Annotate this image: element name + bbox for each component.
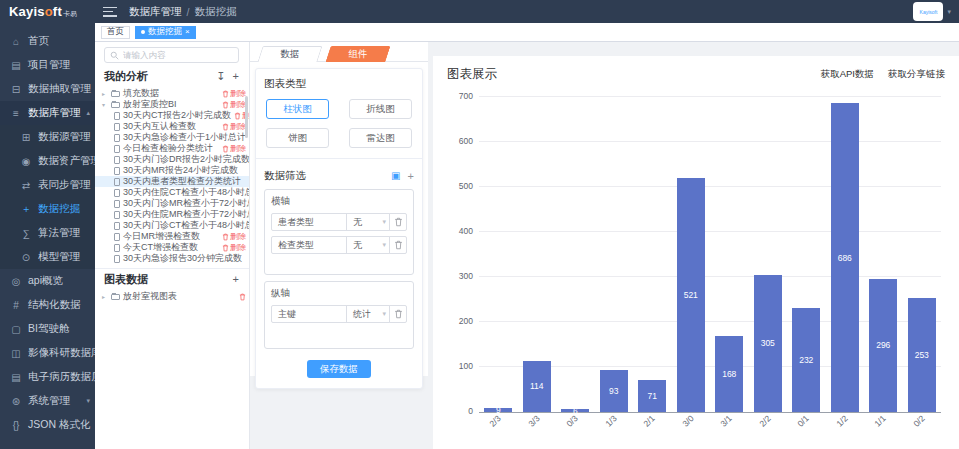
tree-item[interactable]: 30天内CT报告2小时完成数删除 [95,110,249,121]
delete-link[interactable]: 删除 [222,121,246,132]
bar-value-label: 686 [838,253,852,263]
sidebar-item-mining[interactable]: ＋数据挖掘 [0,197,95,221]
tree-item[interactable]: 30天内患者类型检查分类统计 [95,176,249,187]
sidebar-item-json[interactable]: {}JSON 格式化 [0,413,95,437]
pie-chart-button[interactable]: 饼图 [266,128,329,148]
sidebar-item-system[interactable]: ⊛系统管理▾ [0,389,95,413]
search-input[interactable] [123,50,233,60]
get-share-link[interactable]: 获取分享链接 [888,68,945,81]
y-axis-tick-label: 700 [459,91,473,101]
chart-display-panel: 图表展示 获取API数据 获取分享链接 01002003004005006007… [433,56,959,449]
sidebar-item-imaging[interactable]: ◫影像科研数据库 [0,341,95,365]
tree-item[interactable]: 30天内MR报告24小时完成数 [95,165,249,176]
hamburger-icon[interactable] [103,7,117,17]
sidebar-item-sync[interactable]: ⇄表同步管理 [0,173,95,197]
trash-icon-button[interactable] [389,236,407,254]
bar-chart: 010020030040050060070092/31143/360/3931/… [479,97,941,413]
tree-folder-item[interactable]: ▸放射室视图表 [95,291,249,302]
calendar-icon[interactable]: ▣ [391,171,400,181]
document-icon [114,178,120,186]
sidebar-item-structured[interactable]: #结构化数据 [0,293,95,317]
sidebar-item-project[interactable]: ▤项目管理 [0,53,95,77]
caret-right-icon[interactable]: ▸ [102,293,108,300]
field-name: 主键 [271,305,347,323]
sidebar-item-database[interactable]: ≡数据库管理▴ [0,101,95,125]
plus-icon[interactable]: + [233,71,239,82]
document-icon [114,167,120,175]
trash-icon-button[interactable] [389,213,407,231]
tab-data-mining[interactable]: 数据挖掘 × [135,26,196,39]
document-icon [114,244,120,252]
tab-home[interactable]: 首页 [101,26,130,39]
save-data-button[interactable]: 保存数据 [307,360,371,378]
sidebar-item-extract[interactable]: ⊟数据抽取管理▾ [0,77,95,101]
sidebar-item-model[interactable]: ⊙模型管理 [0,245,95,269]
tree-item[interactable]: 今天CT增强检查数删除 [95,242,249,253]
sidebar-item-label: JSON 格式化 [28,418,90,432]
tree-item[interactable]: 今日MR增强检查数删除 [95,231,249,242]
tree-item[interactable]: 今日检查检验分类统计删除 [95,143,249,154]
delete-link[interactable]: 删除 [222,242,246,253]
tree-item[interactable]: 30天内门诊MR检查小于72小时总计 [95,198,249,209]
chevron-down-icon: ▾ [382,218,386,226]
document-icon [114,156,120,164]
caret-right-icon[interactable]: ▸ [102,90,108,97]
aggregation-select[interactable]: 无▾ [346,236,390,254]
tree-folder-item[interactable]: ▸填充数据删除 [95,88,249,99]
tab-data[interactable]: 数据 [260,46,320,62]
delete-link[interactable]: 删除 [222,231,246,242]
caret-down-icon[interactable]: ▾ [102,101,108,108]
plus-icon[interactable]: + [408,171,414,182]
bar-slot: 2530/2 [903,97,942,412]
bar-slot: 1143/3 [518,97,557,412]
y-axis-tick-label: 600 [459,136,473,146]
download-icon[interactable]: ↧ [216,71,225,82]
bar-slot: 3052/2 [749,97,788,412]
delete-link[interactable]: 删除 [222,99,246,110]
sidebar-item-bi[interactable]: ▢BI驾驶舱 [0,317,95,341]
chevron-down-icon[interactable]: ▾ [947,8,951,16]
tree-item[interactable]: 30天内门诊CT检查小于48小时总计 [95,220,249,231]
sidebar-item-api[interactable]: ◎api概览 [0,269,95,293]
delete-link[interactable]: 删除 [222,88,246,99]
close-icon[interactable]: × [185,28,190,36]
bar-chart-button[interactable]: 柱状图 [266,99,329,119]
sidebar-item-asset[interactable]: ◉数据资产管理 [0,149,95,173]
sidebar-item-datasource[interactable]: ⊞数据源管理 [0,125,95,149]
tree-item[interactable]: 30天内门诊DR报告2小时完成数 [95,154,249,165]
bar-slot: 6861/2 [826,97,865,412]
trash-icon-button[interactable] [389,305,407,323]
tree-item-label: 放射室视图表 [123,291,177,302]
tree-item-label: 30天内MR报告24小时完成数 [123,165,238,176]
tab-component[interactable]: 组件 [328,46,388,62]
chart-type-buttons: 柱状图 折线图 饼图 雷达图 [266,99,412,148]
aggregation-select[interactable]: 统计▾ [346,305,390,323]
delete-link[interactable]: 删除 [222,143,246,154]
scrollbar-thumb[interactable] [245,96,248,138]
aggregation-select[interactable]: 无▾ [346,213,390,231]
tree-item[interactable]: 30天内住院CT检查小于48小时总计 [95,187,249,198]
tree-folder-item[interactable]: ▾放射室质控BI删除 [95,99,249,110]
tree-item-label: 30天内住院CT检查小于48小时总计 [123,187,249,198]
app-logo: Kayisoft卡易 [0,4,95,19]
sidebar-item-algorithm[interactable]: ∑算法管理 [0,221,95,245]
tree-item[interactable]: 30天内急诊报告30分钟完成数 [95,253,249,264]
tree-item[interactable]: 30天内互认检查数删除 [95,121,249,132]
tree-item-label: 30天内急诊检查小于1小时总计 [123,132,246,143]
tree-item[interactable]: 30天内急诊检查小于1小时总计 [95,132,249,143]
tree-item-label: 30天内门诊CT检查小于48小时总计 [123,220,249,231]
get-api-data-link[interactable]: 获取API数据 [821,68,874,81]
bar: 6 [561,409,589,412]
line-chart-button[interactable]: 折线图 [349,99,412,119]
tree-item-label: 30天内门诊MR检查小于72小时总计 [123,198,249,209]
plus-icon[interactable]: + [233,274,239,285]
user-avatar[interactable]: Kayisoft [913,2,943,21]
breadcrumb-separator: / [187,6,190,18]
sidebar-item-home[interactable]: ⌂首页 [0,29,95,53]
radar-chart-button[interactable]: 雷达图 [349,128,412,148]
bar: 686 [831,103,859,412]
breadcrumb-item[interactable]: 数据库管理 [129,5,182,19]
tree-item[interactable]: 30天内住院MR检查小于72小时总计 [95,209,249,220]
trash-icon-button[interactable] [239,293,246,301]
sidebar-item-emr[interactable]: ▤电子病历数据质控 [0,365,95,389]
